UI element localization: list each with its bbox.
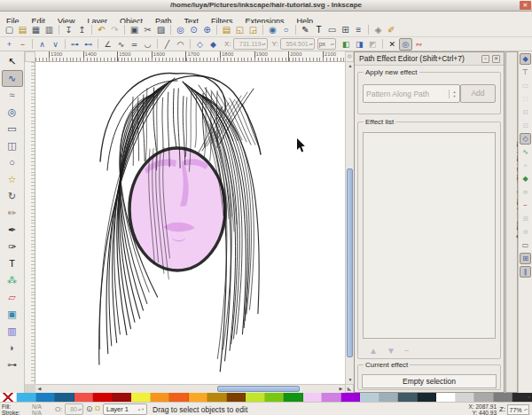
tool-selector-icon[interactable]: ↖ <box>2 53 23 70</box>
group-icon[interactable]: ◉ <box>266 24 279 36</box>
save-icon[interactable]: ▦ <box>29 24 43 36</box>
snap-page-border-icon[interactable]: ▭ <box>520 239 531 251</box>
palette-swatch-6[interactable] <box>113 393 132 402</box>
copy-icon[interactable]: ▣ <box>128 24 141 36</box>
palette-swatch-10[interactable] <box>189 393 208 402</box>
close-window-button[interactable]: ✕ <box>520 1 531 10</box>
fill-stroke-dock-tab[interactable]: ✎ Fill and Stroke (Shift+Ctrl+F) <box>505 51 518 393</box>
palette-swatch-20[interactable] <box>379 393 399 402</box>
y-coord-spinbox[interactable]: 554.501 ▴▾ <box>280 38 315 50</box>
palette-swatch-23[interactable] <box>436 393 456 402</box>
next-path-effect-icon[interactable]: ◩ <box>366 38 379 51</box>
tool-pencil-icon[interactable]: ✏ <box>2 205 23 222</box>
tool-ellipse-icon[interactable]: ○ <box>2 154 23 171</box>
panel-close-button[interactable]: ✕ <box>492 55 500 63</box>
palette-swatch-22[interactable] <box>418 393 437 402</box>
tool-star-icon[interactable]: ☆ <box>2 171 23 188</box>
snap-enable-icon[interactable]: ◆ <box>520 53 531 65</box>
tool-eraser-icon[interactable]: ▱ <box>2 289 23 306</box>
line-segment-icon[interactable]: ╱ <box>160 38 174 51</box>
snap-midpoints-icon[interactable]: − <box>520 200 531 211</box>
tool-spiral-icon[interactable]: ↻ <box>2 188 23 205</box>
zoom-drawing-icon[interactable]: ⊙ <box>187 24 200 36</box>
palette-swatch-4[interactable] <box>74 393 94 402</box>
snap-smooth-nodes-icon[interactable]: ○ <box>520 186 531 198</box>
vertical-ruler[interactable] <box>25 62 35 384</box>
join-segment-icon[interactable]: ⊶ <box>68 38 82 51</box>
palette-swatch-18[interactable] <box>341 393 361 402</box>
scroll-left-icon[interactable]: ◀ <box>35 385 43 393</box>
stroke-value[interactable]: N/A <box>32 410 42 415</box>
snap-path-intersections-icon[interactable]: × <box>520 160 531 171</box>
document-properties-icon[interactable]: ✐ <box>385 24 398 36</box>
show-outline-icon[interactable]: ∾ <box>412 38 426 51</box>
unlink-clone-icon[interactable]: ◲ <box>246 24 260 36</box>
layers-dialog-icon[interactable]: ≡ <box>352 24 365 36</box>
snap-bbox-edges-icon[interactable]: ▭ <box>520 80 531 91</box>
panel-minimize-button[interactable]: ▫ <box>481 55 489 63</box>
palette-swatch-7[interactable] <box>131 393 151 402</box>
snap-cusp-nodes-icon[interactable]: ◆ <box>520 173 531 184</box>
cut-icon[interactable]: ✂ <box>141 24 154 36</box>
horizontal-scrollbar[interactable]: ◀ ▶ <box>35 384 345 393</box>
palette-swatch-9[interactable] <box>169 393 189 402</box>
horizontal-ruler[interactable]: 1300140015001600170018001900200021002200 <box>35 51 345 62</box>
ungroup-icon[interactable]: ○ <box>279 24 293 36</box>
palette-swatch-26[interactable] <box>494 393 513 402</box>
snap-bbox-corners-icon[interactable]: □ <box>520 93 531 105</box>
palette-swatch-0[interactable] <box>0 393 17 402</box>
transform-handles-icon[interactable]: ✕ <box>386 38 399 51</box>
palette-swatch-11[interactable] <box>207 393 227 402</box>
chevron-updown-icon[interactable]: ▴▾ <box>331 43 334 46</box>
effect-list-reorder-buttons[interactable]: ▲▼− <box>369 346 419 356</box>
spin-arrows-icon[interactable]: ▴▾ <box>78 408 82 411</box>
corner-node-icon[interactable]: ∠ <box>101 38 114 51</box>
clone-icon[interactable]: ◱ <box>233 24 246 36</box>
layer-lock-icon[interactable]: Ω <box>95 404 100 412</box>
add-effect-button[interactable]: Add <box>460 84 496 103</box>
object-to-path-icon[interactable]: ◇ <box>193 38 207 51</box>
break-nodes-icon[interactable]: ∨ <box>49 38 62 51</box>
spin-arrows-icon[interactable]: ▴▾ <box>309 43 313 46</box>
palette-swatch-3[interactable] <box>55 393 74 402</box>
palette-swatch-5[interactable] <box>93 393 113 402</box>
spin-arrows-icon[interactable]: ▴▾ <box>524 408 528 411</box>
zoom-page-icon[interactable]: ⊕ <box>200 24 214 36</box>
text-dialog-icon[interactable]: T <box>312 24 325 36</box>
unit-select[interactable]: px ▴▾ <box>317 38 336 50</box>
join-nodes-icon[interactable]: ∧ <box>35 38 49 51</box>
print-icon[interactable]: ▥ <box>43 24 56 36</box>
snap-rotation-centers-icon[interactable]: ⊕ <box>520 226 531 238</box>
x-coord-spinbox[interactable]: 731.119 ▴▾ <box>233 38 268 50</box>
snap-guides-icon[interactable]: ∥ <box>520 266 531 278</box>
palette-swatch-25[interactable] <box>474 393 494 402</box>
tool-tweak-icon[interactable]: ≈ <box>2 87 23 104</box>
smooth-node-icon[interactable]: ∿ <box>114 38 128 51</box>
palette-swatch-14[interactable] <box>265 393 285 402</box>
tool-text-icon[interactable]: T <box>2 255 23 272</box>
snap-object-centers-icon[interactable]: ⊞ <box>520 213 531 224</box>
tool-zoom-icon[interactable]: ◎ <box>2 104 23 121</box>
snap-bbox-icon[interactable]: ⊤ <box>520 67 531 78</box>
export-icon[interactable]: ↥ <box>75 24 89 36</box>
snap-bbox-midpoints-icon[interactable]: ⊟ <box>520 106 531 118</box>
snap-nodes-icon[interactable]: ◇ <box>520 133 531 145</box>
scroll-right-icon[interactable]: ▶ <box>337 385 345 393</box>
snap-grid-icon[interactable]: ⊞ <box>520 253 531 264</box>
drawing-canvas[interactable] <box>35 62 345 384</box>
import-icon[interactable]: ↧ <box>62 24 75 36</box>
cms-toggle-button[interactable]: ◣ <box>345 384 354 393</box>
align-dialog-icon[interactable]: ⊞ <box>339 24 352 36</box>
delete-segment-icon[interactable]: ⊷ <box>82 38 95 51</box>
palette-swatch-8[interactable] <box>151 393 170 402</box>
tool-node-icon[interactable]: ∿ <box>2 70 23 87</box>
paste-icon[interactable]: ▨ <box>154 24 168 36</box>
open-icon[interactable]: ▤ <box>16 24 29 36</box>
tool-connector-icon[interactable]: ⊶ <box>2 356 23 373</box>
zoom-spinbox[interactable]: 77% ▴▾ <box>507 404 529 415</box>
chevron-updown-icon[interactable]: ▲▼ <box>137 408 145 411</box>
vertical-scrollbar[interactable]: ▲ ▼ <box>345 62 354 384</box>
snap-paths-icon[interactable]: ∿ <box>520 146 531 158</box>
insert-node-icon[interactable]: + <box>3 38 16 51</box>
effect-list-box[interactable] <box>363 132 496 339</box>
